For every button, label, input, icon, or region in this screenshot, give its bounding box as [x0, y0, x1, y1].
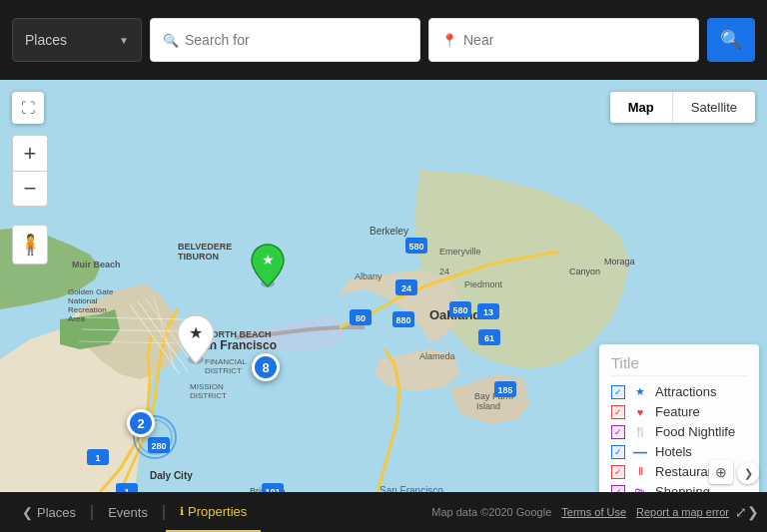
svg-text:185: 185 [497, 385, 512, 395]
food-icon: 🍴 [631, 425, 649, 439]
svg-text:24: 24 [439, 266, 449, 276]
search-button[interactable]: 🔍 [707, 18, 755, 62]
svg-text:Albany: Albany [355, 271, 383, 281]
forward-arrow-icon: ❯ [747, 504, 759, 520]
svg-text:★: ★ [262, 252, 275, 267]
attractions-checkbox[interactable]: ✓ [611, 385, 625, 399]
attractions-label: Attractions [655, 384, 716, 399]
svg-text:San Francisco: San Francisco [380, 485, 443, 492]
places-dropdown[interactable]: Places ▼ [12, 18, 142, 62]
fullscreen-button[interactable]: ⊕ [709, 460, 733, 484]
zoom-controls: + − [12, 135, 48, 207]
attribution-text: Map data ©2020 Google [431, 506, 551, 518]
svg-text:880: 880 [395, 315, 410, 325]
legend-panel: Title ✓ ★ Attractions ✓ ♥ Feature ✓ 🍴 Fo… [599, 344, 759, 492]
svg-text:Emeryville: Emeryville [439, 247, 481, 257]
hotels-icon: — [631, 445, 649, 459]
feature-icon: ♥ [631, 405, 649, 419]
map-container[interactable]: Muir Beach Golden Gate National Recreati… [0, 80, 767, 492]
legend-item-attractions[interactable]: ✓ ★ Attractions [611, 384, 747, 399]
hotels-checkbox[interactable]: ✓ [611, 445, 625, 459]
expand-icon: ⛶ [21, 100, 35, 116]
food-checkbox[interactable]: ✓ [611, 425, 625, 439]
search-box: 🔍 [150, 18, 420, 62]
svg-text:Daly City: Daly City [150, 470, 193, 481]
legend-item-feature[interactable]: ✓ ♥ Feature [611, 404, 747, 419]
terms-link[interactable]: Terms of Use [561, 506, 626, 518]
svg-text:61: 61 [484, 333, 494, 343]
svg-text:Piedmont: Piedmont [464, 279, 503, 289]
svg-text:National: National [68, 296, 98, 305]
svg-text:580: 580 [408, 242, 423, 252]
map-type-toggle: Map Satellite [610, 92, 755, 123]
nav-right-arrow[interactable]: ❯ [737, 462, 759, 484]
forward-arrow-button[interactable]: ❯ [747, 504, 759, 520]
svg-text:★: ★ [189, 324, 203, 341]
search-btn-icon: 🔍 [720, 29, 742, 51]
svg-text:Recreation: Recreation [68, 305, 107, 314]
collapse-button[interactable]: ⤢ [735, 504, 747, 520]
location-pin-icon: 📍 [441, 33, 457, 48]
back-button[interactable]: ❮ Places [8, 492, 90, 532]
search-input[interactable] [185, 32, 407, 48]
restaurants-icon: Ⅱ [631, 465, 649, 479]
svg-text:1: 1 [95, 453, 100, 463]
back-arrow-icon: ❮ [22, 505, 33, 520]
legend-item-shopping[interactable]: ✓ 🛍 Shopping [611, 484, 747, 492]
white-star-marker[interactable]: ★ [174, 313, 218, 369]
svg-text:1: 1 [124, 487, 129, 492]
svg-text:80: 80 [356, 313, 366, 323]
svg-text:DISTRICT: DISTRICT [190, 391, 227, 400]
svg-text:101: 101 [265, 487, 280, 492]
legend-title: Title [611, 354, 747, 376]
svg-text:TIBURON: TIBURON [178, 252, 219, 262]
expand-map-button[interactable]: ⛶ [12, 92, 44, 124]
zoom-out-button[interactable]: − [12, 171, 48, 207]
svg-text:Muir Beach: Muir Beach [72, 260, 121, 269]
svg-text:Island: Island [476, 401, 500, 411]
restaurants-checkbox[interactable]: ✓ [611, 465, 625, 479]
svg-text:MISSION: MISSION [190, 382, 224, 391]
svg-text:24: 24 [401, 283, 411, 293]
places-label: Places [25, 32, 67, 48]
green-star-marker[interactable]: ★ [249, 243, 287, 292]
feature-label: Feature [655, 404, 700, 419]
svg-text:BELVEDERE: BELVEDERE [178, 242, 232, 252]
shopping-label: Shopping [655, 484, 710, 492]
svg-text:Canyon: Canyon [569, 266, 600, 276]
shopping-checkbox[interactable]: ✓ [611, 485, 625, 493]
map-attribution: Map data ©2020 Google Terms of Use Repor… [431, 506, 729, 518]
near-input[interactable] [463, 32, 686, 48]
pegman-icon: 🧍 [18, 233, 43, 257]
satellite-view-button[interactable]: Satellite [673, 92, 755, 123]
header: Places ▼ 🔍 📍 🔍 [0, 0, 767, 80]
report-link[interactable]: Report a map error [636, 506, 729, 518]
events-tab[interactable]: Events [94, 492, 162, 532]
svg-text:580: 580 [452, 305, 467, 315]
info-icon: ℹ [180, 505, 184, 518]
bottom-bar: ❮ Places | Events | ℹ Properties Map dat… [0, 492, 767, 532]
svg-text:Colma: Colma [140, 491, 166, 492]
feature-checkbox[interactable]: ✓ [611, 405, 625, 419]
chevron-down-icon: ▼ [119, 35, 129, 46]
attractions-icon: ★ [631, 385, 649, 399]
cluster-marker-8[interactable]: 8 [266, 367, 294, 395]
near-box: 📍 [428, 18, 699, 62]
svg-text:Alameda: Alameda [419, 351, 455, 361]
cluster-marker-2-container[interactable]: 2 [133, 415, 177, 459]
pegman-button[interactable]: 🧍 [12, 225, 48, 265]
svg-text:Golden Gate: Golden Gate [68, 287, 114, 296]
properties-tab[interactable]: ℹ Properties [166, 492, 261, 532]
food-label: Food Nightlife [655, 424, 735, 439]
search-icon: 🔍 [163, 33, 179, 48]
svg-text:Moraga: Moraga [604, 257, 635, 266]
svg-text:Area: Area [68, 314, 85, 323]
collapse-icon: ⤢ [735, 504, 747, 520]
svg-text:Berkeley: Berkeley [370, 226, 408, 237]
legend-item-hotels[interactable]: ✓ — Hotels [611, 444, 747, 459]
legend-item-food-nightlife[interactable]: ✓ 🍴 Food Nightlife [611, 424, 747, 439]
zoom-in-button[interactable]: + [12, 135, 48, 171]
shopping-icon: 🛍 [631, 485, 649, 493]
hotels-label: Hotels [655, 444, 692, 459]
map-view-button[interactable]: Map [610, 92, 672, 123]
